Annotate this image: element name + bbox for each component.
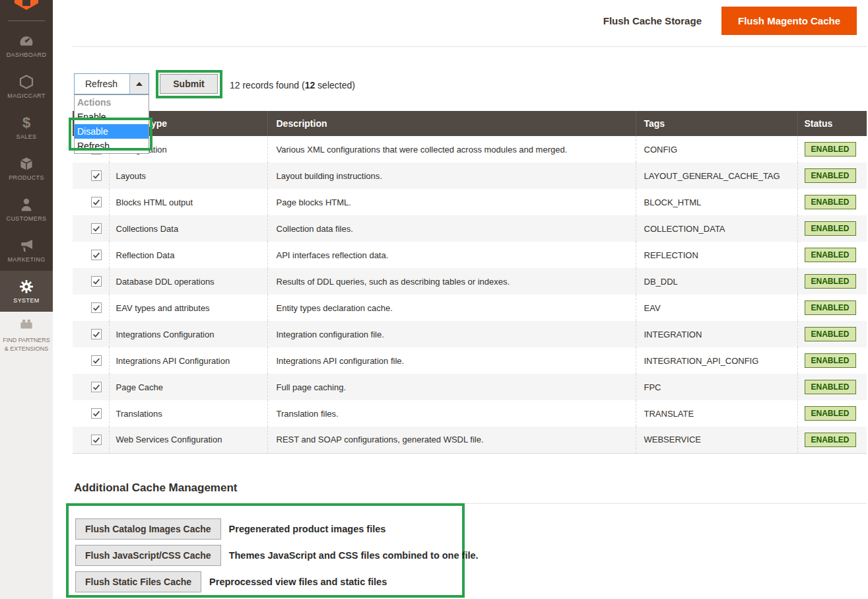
tags-cell: INTEGRATION_API_CONFIG xyxy=(636,347,797,374)
status-badge: ENABLED xyxy=(805,327,856,341)
flush-js-css-row: Flush JavaScript/CSS Cache Themes JavaSc… xyxy=(75,545,479,566)
table-row: Integrations Configuration Integration c… xyxy=(73,321,867,347)
records-count-text: 12 records found (12 selected) xyxy=(230,80,355,90)
marketing-icon xyxy=(18,238,34,254)
sidebar-item-dashboard[interactable]: DASHBOARD xyxy=(0,25,53,66)
cache-type-cell: Integrations Configuration xyxy=(109,321,267,347)
cache-management-page: { "colors": { "accent_orange": "#eb5202"… xyxy=(0,0,868,599)
sidebar-item-label-line2: & EXTENSIONS xyxy=(5,345,49,353)
row-checkbox[interactable] xyxy=(91,250,102,260)
row-checkbox[interactable] xyxy=(91,223,102,234)
tags-cell: DB_DDL xyxy=(636,268,797,295)
flush-catalog-images-row: Flush Catalog Images Cache Pregenerated … xyxy=(75,518,385,540)
cache-type-cell: Database DDL operations xyxy=(109,268,267,295)
customers-icon xyxy=(18,197,34,213)
status-badge: ENABLED xyxy=(805,353,856,368)
cache-type-cell: Reflection Data xyxy=(109,242,267,268)
dropdown-option-refresh[interactable]: Refresh xyxy=(75,139,149,153)
extensions-icon xyxy=(18,316,35,333)
status-badge: ENABLED xyxy=(805,168,856,183)
row-checkbox[interactable] xyxy=(91,302,102,313)
row-checkbox[interactable] xyxy=(91,170,102,181)
mass-action-dropdown: Actions Enable Disable Refresh xyxy=(74,94,149,154)
row-checkbox[interactable] xyxy=(91,355,102,366)
sidebar-item-label: SYSTEM xyxy=(13,297,39,304)
tags-cell: BLOCK_HTML xyxy=(636,189,797,215)
col-tags[interactable]: Tags xyxy=(636,111,797,136)
status-badge: ENABLED xyxy=(805,433,856,447)
status-badge: ENABLED xyxy=(805,248,856,262)
submit-button[interactable]: Submit xyxy=(160,74,218,94)
page-actions: Flush Cache Storage Flush Magento Cache xyxy=(603,7,857,35)
tags-cell: FPC xyxy=(636,374,797,400)
sidebar-item-magiccart[interactable]: MAGICCART xyxy=(0,66,53,107)
flush-javascript-css-cache-button[interactable]: Flush JavaScript/CSS Cache xyxy=(75,545,221,566)
mass-action-select[interactable]: Refresh xyxy=(74,73,149,94)
table-row: Database DDL operations Results of DDL q… xyxy=(73,268,867,295)
chevron-up-icon xyxy=(136,82,143,86)
flush-catalog-images-cache-button[interactable]: Flush Catalog Images Cache xyxy=(75,518,221,540)
row-checkbox[interactable] xyxy=(91,382,102,392)
description-cell: Integration configuration file. xyxy=(267,321,636,347)
flush-static-files-cache-button[interactable]: Flush Static Files Cache xyxy=(75,571,201,592)
menu-divider xyxy=(8,20,45,21)
flush-catalog-images-description: Pregenerated product images files xyxy=(229,524,386,534)
sidebar-item-system[interactable]: SYSTEM xyxy=(0,271,53,312)
dropdown-option-disable[interactable]: Disable xyxy=(75,124,149,139)
row-checkbox[interactable] xyxy=(91,276,102,287)
status-badge: ENABLED xyxy=(805,380,856,394)
sidebar-item-find-partners[interactable]: FIND PARTNERS & EXTENSIONS xyxy=(0,316,53,353)
tags-cell: REFLECTION xyxy=(636,242,797,268)
col-description[interactable]: Description xyxy=(267,111,636,136)
sidebar-item-customers[interactable]: CUSTOMERS xyxy=(0,189,53,230)
description-cell: Various XML configurations that were col… xyxy=(267,136,636,162)
description-cell: Layout building instructions. xyxy=(267,162,636,189)
flush-cache-storage-button[interactable]: Flush Cache Storage xyxy=(603,15,702,26)
additional-cache-title: Additional Cache Management xyxy=(74,481,237,495)
cache-grid: Cache Type Description Tags Status Confi… xyxy=(73,111,867,454)
magiccart-icon xyxy=(18,74,34,90)
cache-type-cell: Translations xyxy=(109,400,267,427)
row-checkbox[interactable] xyxy=(91,435,102,445)
flush-static-files-row: Flush Static Files Cache Preprocessed vi… xyxy=(75,571,387,592)
flush-static-files-description: Preprocessed view files and static files xyxy=(209,577,387,587)
table-row: Configuration Various XML configurations… xyxy=(73,136,867,162)
sidebar-item-label-line1: FIND PARTNERS xyxy=(3,336,50,345)
description-cell: Collection data files. xyxy=(267,215,636,242)
table-row: Page Cache Full page caching. FPC ENABLE… xyxy=(73,374,867,400)
flush-magento-cache-button[interactable]: Flush Magento Cache xyxy=(721,7,857,35)
description-cell: Results of DDL queries, such as describi… xyxy=(267,268,636,295)
tags-cell: WEBSERVICE xyxy=(636,427,797,453)
table-row: Reflection Data API interfaces reflectio… xyxy=(73,242,867,268)
magento-logo[interactable] xyxy=(0,0,53,21)
dropdown-option-enable[interactable]: Enable xyxy=(75,110,149,124)
cache-type-cell: EAV types and attributes xyxy=(109,295,267,321)
col-status[interactable]: Status xyxy=(797,111,867,136)
row-checkbox[interactable] xyxy=(91,408,102,419)
sidebar-item-products[interactable]: PRODUCTS xyxy=(0,148,53,189)
row-checkbox[interactable] xyxy=(91,197,102,207)
cache-type-cell: Layouts xyxy=(109,162,267,189)
sidebar-item-label: PRODUCTS xyxy=(9,174,44,182)
row-checkbox[interactable] xyxy=(91,329,102,339)
cache-type-cell: Blocks HTML output xyxy=(109,189,267,215)
system-icon xyxy=(18,279,34,295)
sidebar: DASHBOARD MAGICCART $ SALES PRODUCTS xyxy=(0,0,53,599)
cache-type-cell: Page Cache xyxy=(109,374,267,400)
select-arrow-button[interactable] xyxy=(129,74,149,94)
menu-items: DASHBOARD MAGICCART $ SALES PRODUCTS xyxy=(0,25,53,312)
description-cell: Full page caching. xyxy=(267,374,636,400)
sidebar-item-label: SALES xyxy=(16,133,36,141)
cache-type-cell: Web Services Configuration xyxy=(109,427,267,453)
tags-cell: CONFIG xyxy=(636,136,797,162)
sidebar-item-marketing[interactable]: MARKETING xyxy=(0,230,53,271)
grid-header-row: Cache Type Description Tags Status xyxy=(73,111,867,136)
cache-type-cell: Collections Data xyxy=(109,215,267,242)
admin-menu: DASHBOARD MAGICCART $ SALES PRODUCTS xyxy=(0,0,53,312)
status-badge: ENABLED xyxy=(805,195,856,209)
description-cell: Page blocks HTML. xyxy=(267,189,636,215)
sidebar-item-sales[interactable]: $ SALES xyxy=(0,107,53,148)
table-row: Integrations API Configuration Integrati… xyxy=(73,347,867,374)
records-suffix: selected) xyxy=(315,80,355,90)
description-cell: REST and SOAP configurations, generated … xyxy=(267,427,636,453)
